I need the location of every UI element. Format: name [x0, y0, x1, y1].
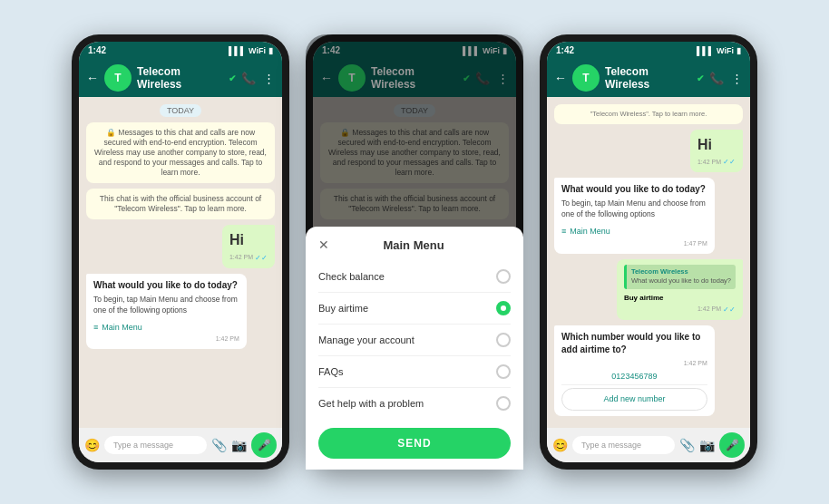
radio-manage-account[interactable] [496, 333, 511, 347]
phones-container: 1:42 ▌▌▌ WiFi ▮ ← T Telecom Wireless ✔ [54, 16, 775, 488]
msg-number-3: Which number would you like to add airti… [554, 325, 715, 416]
number-option-1[interactable]: 0123456789 [561, 368, 707, 386]
menu-item-manage-account[interactable]: Manage your account [318, 325, 511, 356]
msg-body-1: To begin, tap Main Menu and choose from … [93, 295, 239, 316]
message-input-1[interactable]: Type a message [104, 436, 207, 454]
battery-icon-1: ▮ [268, 46, 273, 55]
modal-sheet-2: ✕ Main Menu Check balance Buy airtime Ma… [313, 227, 516, 462]
header-icons-3: 📞 ⋮ [709, 72, 743, 85]
quote-block-3: Telecom Wireless What would you like to … [624, 265, 736, 289]
mic-button-1[interactable]: 🎤 [251, 432, 277, 458]
emoji-icon-3[interactable]: 😊 [552, 438, 568, 452]
msg-time-3: 1:47 PM [561, 239, 707, 248]
status-bar-3: 1:42 ▌▌▌ WiFi ▮ [547, 42, 750, 59]
msg-time-number: 1:42 PM [561, 359, 707, 368]
main-menu-button-1[interactable]: ≡ Main Menu [93, 322, 239, 334]
radio-get-help[interactable] [496, 396, 511, 411]
back-button-1[interactable]: ← [86, 71, 99, 85]
msg-title-3: What would you like to do today? [561, 183, 707, 196]
date-badge-1: TODAY [160, 104, 201, 117]
menu-item-check-balance[interactable]: Check balance [318, 261, 511, 293]
header-name-3: Telecom Wireless ✔ [605, 65, 704, 91]
msg-time-airtime: 1:42 PM ✓✓ [624, 305, 736, 315]
msg-hi-3: Hi 1:42 PM ✓✓ [690, 130, 743, 173]
chat-header-3: ← T Telecom Wireless ✔ 📞 ⋮ [547, 59, 750, 97]
main-menu-button-3[interactable]: ≡ Main Menu [561, 226, 707, 237]
buy-airtime-choice: Buy airtime [624, 293, 736, 303]
modal-title-2: Main Menu [383, 238, 444, 252]
msg-airtime-sent: Telecom Wireless What would you like to … [617, 259, 743, 320]
phone-icon-3[interactable]: 📞 [709, 72, 724, 85]
attach-icon-3[interactable]: 📎 [679, 438, 695, 452]
msg-menu-3: What would you like to do today? To begi… [554, 178, 715, 253]
wifi-icon-1: WiFi [249, 46, 266, 55]
menu-item-faqs[interactable]: FAQs [318, 356, 511, 388]
verified-badge-3: ✔ [697, 73, 704, 83]
battery-icon-3: ▮ [736, 46, 741, 55]
msg-menu-1: What would you like to do today? To begi… [86, 274, 247, 349]
msg-title-1: What would you like to do today? [93, 279, 239, 292]
chat-area-1: TODAY 🔒 Messages to this chat and calls … [79, 97, 282, 428]
menu-icon-symbol-3: ≡ [561, 226, 566, 237]
verified-badge-1: ✔ [229, 73, 236, 83]
header-info-1: Telecom Wireless ✔ [137, 65, 236, 91]
modal-overlay-2: ✕ Main Menu Check balance Buy airtime Ma… [313, 42, 516, 462]
emoji-icon-1[interactable]: 😊 [84, 438, 100, 452]
attach-icon-1[interactable]: 📎 [211, 438, 227, 452]
chat-area-3: "Telecom Wireless". Tap to learn more. H… [547, 97, 750, 428]
input-bar-1: 😊 Type a message 📎 📷 🎤 [79, 428, 282, 462]
system-msg-1b: This chat is with the official business … [86, 189, 275, 219]
avatar-3: T [572, 64, 600, 92]
msg-time-hi-3: 1:42 PM ✓✓ [697, 157, 736, 167]
menu-icon-1[interactable]: ⋮ [263, 72, 275, 85]
chat-header-1: ← T Telecom Wireless ✔ 📞 ⋮ [79, 59, 282, 97]
modal-close-button-2[interactable]: ✕ [318, 237, 329, 252]
wifi-icon-3: WiFi [717, 46, 734, 55]
message-input-3[interactable]: Type a message [572, 436, 675, 454]
phone-3-screen: 1:42 ▌▌▌ WiFi ▮ ← T Telecom Wireless ✔ [547, 42, 750, 462]
msg-time-1: 1:42 PM [93, 334, 239, 344]
checkmarks-1: ✓✓ [255, 253, 268, 263]
msg-hi-1: Hi 1:42 PM ✓✓ [222, 225, 275, 268]
avatar-1: T [104, 64, 132, 92]
modal-header-2: ✕ Main Menu [318, 237, 511, 252]
header-icons-1: 📞 ⋮ [241, 72, 275, 85]
menu-icon-3[interactable]: ⋮ [731, 72, 743, 85]
radio-check-balance[interactable] [496, 269, 511, 284]
system-msg-1a: 🔒 Messages to this chat and calls are no… [86, 122, 275, 183]
signal-icon-1: ▌▌▌ [229, 46, 246, 55]
camera-icon-3[interactable]: 📷 [699, 438, 715, 452]
mic-button-3[interactable]: 🎤 [719, 432, 745, 458]
checkmarks-airtime: ✓✓ [723, 305, 736, 315]
menu-icon-symbol-1: ≡ [93, 322, 98, 334]
menu-item-get-help[interactable]: Get help with a problem [318, 388, 511, 419]
status-icons-3: ▌▌▌ WiFi ▮ [697, 46, 741, 55]
header-name-1: Telecom Wireless ✔ [137, 65, 236, 91]
phone-2: 1:42 ▌▌▌ WiFi ▮ ← T Telecom Wireless ✔ [306, 34, 523, 470]
hi-text-1: Hi [229, 230, 268, 250]
camera-icon-1[interactable]: 📷 [231, 438, 247, 452]
signal-icon-3: ▌▌▌ [697, 46, 714, 55]
back-button-3[interactable]: ← [554, 71, 567, 85]
msg-number-title: Which number would you like to add airti… [561, 331, 707, 356]
header-info-3: Telecom Wireless ✔ [605, 65, 704, 91]
phone-2-screen: 1:42 ▌▌▌ WiFi ▮ ← T Telecom Wireless ✔ [313, 42, 516, 462]
phone-icon-1[interactable]: 📞 [241, 72, 256, 85]
status-time-3: 1:42 [556, 45, 574, 55]
msg-time-hi-1: 1:42 PM ✓✓ [229, 253, 268, 263]
radio-buy-airtime[interactable] [496, 301, 511, 315]
phone-1: 1:42 ▌▌▌ WiFi ▮ ← T Telecom Wireless ✔ [72, 34, 289, 470]
status-icons-1: ▌▌▌ WiFi ▮ [229, 46, 273, 55]
send-button-2[interactable]: SEND [318, 428, 511, 459]
phone-1-screen: 1:42 ▌▌▌ WiFi ▮ ← T Telecom Wireless ✔ [79, 42, 282, 462]
hi-text-3: Hi [697, 135, 736, 155]
phone-3: 1:42 ▌▌▌ WiFi ▮ ← T Telecom Wireless ✔ [540, 34, 757, 470]
msg-body-3: To begin, tap Main Menu and choose from … [561, 199, 707, 220]
add-new-number-btn[interactable]: Add new number [561, 388, 707, 411]
radio-faqs[interactable] [496, 364, 511, 379]
status-time-1: 1:42 [88, 45, 106, 55]
checkmarks-3: ✓✓ [723, 157, 736, 167]
quoted-system-3: "Telecom Wireless". Tap to learn more. [554, 104, 743, 124]
menu-item-buy-airtime[interactable]: Buy airtime [318, 293, 511, 325]
status-bar-1: 1:42 ▌▌▌ WiFi ▮ [79, 42, 282, 59]
